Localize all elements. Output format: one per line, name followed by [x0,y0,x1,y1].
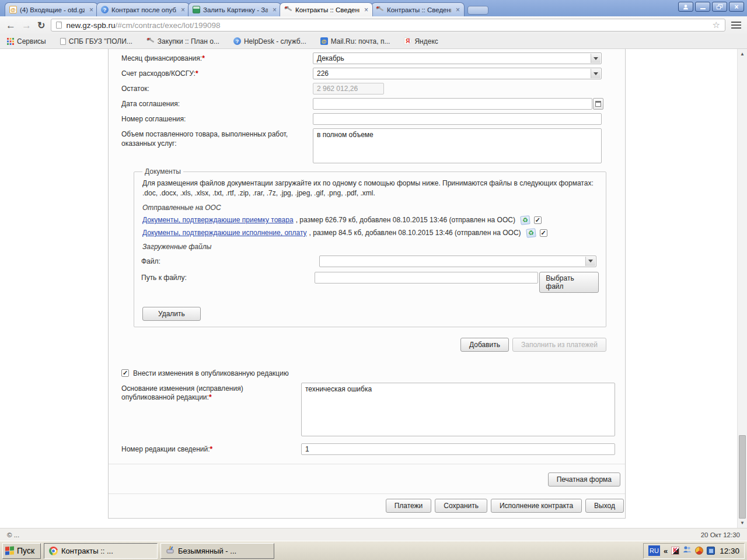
bookmark-star-icon[interactable]: ☆ [713,20,720,30]
documents-intro-text: Для размещения файлов документации загру… [142,178,598,198]
volume-textarea[interactable]: в полном объеме [313,128,602,163]
url-text: new.gz-spb.ru/#cm/contract/exec/lot/1990… [66,21,220,30]
document-checkbox[interactable]: ✓ [534,216,542,224]
tab-close-icon[interactable]: × [88,6,93,13]
menu-icon[interactable] [731,22,741,29]
scroll-down-button[interactable]: ▼ [738,518,747,528]
hammer-icon [376,5,384,14]
dropdown-button[interactable] [585,257,595,266]
save-button[interactable]: Сохранить [435,499,487,513]
page-status-bar: © ... 20 Окт 12:30 [0,528,747,541]
exit-button[interactable]: Выход [585,499,624,513]
tab-contracts-2[interactable]: Контракты :: Сведения × [371,2,465,16]
document-link[interactable]: Документы, подтверждающие приемку товара [142,216,294,224]
url-path: /#cm/contract/exec/lot/199098 [115,21,220,30]
back-button[interactable]: ← [6,20,16,30]
reason-textarea[interactable]: техническая ошибка [301,383,615,436]
forward-button[interactable]: → [22,20,32,30]
form-row-file-path: Путь к файлу: Выбрать файл [141,272,599,293]
status-left-text: © ... [7,531,19,538]
bookmark-yandex[interactable]: Я Яндекс [404,37,438,46]
payments-button[interactable]: Платежи [386,499,432,513]
document-row: Документы, подтверждающие исполнение, оп… [142,229,598,237]
agreement-number-input[interactable] [313,113,602,125]
minimize-button[interactable] [695,2,710,12]
agreement-number-label: Номер соглашения: [109,113,313,124]
restore-icon [717,4,722,9]
person-icon [683,4,689,10]
task-label: Безымянный - ... [178,547,236,555]
reload-button[interactable]: ↻ [37,20,45,31]
print-form-button[interactable]: Печатная форма [548,473,620,487]
tab-close-icon[interactable]: × [179,6,185,13]
kosgu-select[interactable]: 226 [313,68,602,79]
url-host: new.gz-spb.ru [66,21,115,30]
bookmark-spb-gbuz[interactable]: СПБ ГБУЗ "ПОЛИ... [60,37,132,46]
bookmark-services[interactable]: Сервисы [7,37,46,46]
restore-button[interactable] [712,2,727,12]
address-bar[interactable]: new.gz-spb.ru/#cm/contract/exec/lot/1990… [51,19,725,32]
revision-input[interactable]: 1 [301,443,615,455]
fill-from-payments-button[interactable]: Заполнить из платежей [512,338,606,352]
tab-image-upload[interactable]: Залить Картинку - Загр × [188,2,281,16]
amend-row: ✓ Внести изменения в опубликованную реда… [121,369,625,377]
form-row-revision: Номер редакции сведений:* 1 [109,442,625,457]
antivirus-tray-icon[interactable]: K [671,547,679,555]
balance-label: Остаток: [109,83,313,94]
contract-execution-button[interactable]: Исполнение контракта [491,499,582,513]
form-row-kosgu: Счет расходов/КОСГУ:* 226 [109,66,625,81]
dropdown-button[interactable] [591,54,601,63]
document-checkbox[interactable]: ✓ [540,229,547,237]
month-select[interactable]: Декабрь [313,52,602,64]
add-button[interactable]: Добавить [460,338,509,352]
chrome-icon [49,547,58,555]
form-row-month: Месяц финансирования:* Декабрь [109,51,625,66]
profile-button[interactable] [678,2,693,12]
language-indicator[interactable]: RU [648,545,660,556]
amend-checkbox[interactable]: ✓ [121,369,129,377]
start-button[interactable]: Пуск [2,543,41,559]
close-button[interactable]: × [729,2,744,12]
tab-inbox[interactable]: @ (4) Входящие - otd.gz3 × [5,2,98,16]
delete-button[interactable]: Удалить [142,307,201,321]
people-tray-icon[interactable] [683,545,692,556]
bookmark-helpdesk[interactable]: ? HelpDesk - служб... [233,37,306,46]
form-row-reason: Основание изменения (исправления) опубли… [109,381,625,438]
required-marker: * [202,54,205,62]
form-row-volume: Объем поставленного товара, выполненных … [109,127,625,165]
vertical-scrollbar[interactable]: ▲ ▼ [737,49,747,528]
close-icon: × [734,4,738,10]
financing-actions: Добавить Заполнить из платежей [109,338,606,352]
month-label: Месяц финансирования:* [109,52,313,64]
network-tray-icon[interactable] [707,547,715,555]
scroll-up-button[interactable]: ▲ [738,49,747,59]
tab-close-icon[interactable]: × [454,6,460,13]
dropdown-button[interactable] [591,69,601,78]
updater-tray-icon[interactable] [695,547,703,555]
page-icon [60,38,66,45]
bookmark-mailru[interactable]: @ Mail.Ru: почта, п... [320,37,390,46]
taskbar-task-untitled[interactable]: Безымянный - ... [160,543,274,559]
tray-collapse-icon[interactable]: « [664,547,668,555]
delete-file-icon[interactable]: ♻ [526,228,536,238]
tab-close-icon[interactable]: × [271,6,277,13]
form-row-agreement-date: Дата соглашения: [109,96,625,111]
bookmarks-bar: Сервисы СПБ ГБУЗ "ПОЛИ... Закупки :: Пла… [0,34,747,49]
new-tab-button[interactable] [467,6,488,15]
bookmark-zakupki[interactable]: Закупки :: План о... [146,37,219,46]
choose-file-button[interactable]: Выбрать файл [539,272,599,293]
document-link[interactable]: Документы, подтверждающие исполнение, оп… [142,229,307,237]
tab-close-icon[interactable]: × [362,6,368,13]
agreement-date-input[interactable] [313,98,592,110]
apps-grid-icon [7,38,14,45]
tab-title: Контракты :: Сведения [387,6,451,13]
file-select[interactable] [319,256,596,267]
scrollbar-thumb[interactable] [739,435,746,519]
help-icon: ? [233,37,241,45]
tab-contracts-active[interactable]: Контракты :: Сведения × [280,2,373,16]
delete-file-icon[interactable]: ♻ [520,215,530,225]
file-path-input[interactable] [315,272,539,284]
calendar-button[interactable] [593,98,603,110]
taskbar-task-contracts[interactable]: Контракты :: ... [44,543,158,559]
tab-contract-help[interactable]: ? Контракт после опубли × [96,2,190,16]
